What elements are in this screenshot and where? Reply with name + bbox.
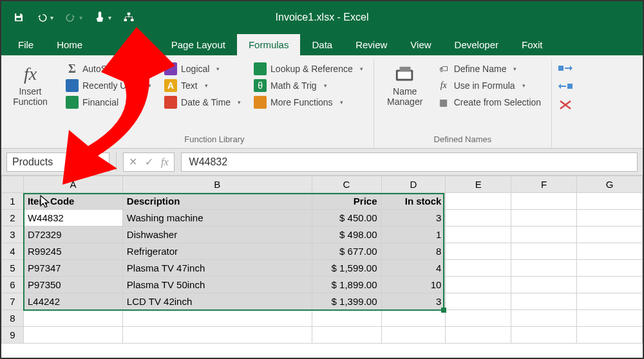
cell[interactable] [511,193,577,210]
name-box[interactable]: Products ▼ [6,152,109,172]
column-header[interactable]: G [577,176,643,193]
cell[interactable] [23,310,122,327]
tab-review[interactable]: Review [344,34,399,55]
cell[interactable]: P97347 [23,260,122,277]
insert-function-button[interactable]: fx Insert Function [8,60,53,109]
cell[interactable]: In stock [381,193,446,210]
tab-formulas[interactable]: Formulas [237,34,301,55]
org-chart-button[interactable] [118,8,140,27]
cell[interactable] [446,277,511,293]
cell[interactable] [577,310,643,327]
cell[interactable] [312,310,381,327]
cell[interactable]: Item Code [23,193,122,210]
cell[interactable]: L44242 [23,293,122,310]
tab-home[interactable]: Home [45,34,94,55]
cell[interactable] [122,327,312,344]
tab-page-layout[interactable]: Page Layout [160,34,237,55]
cancel-icon[interactable]: ✕ [129,156,137,168]
cell[interactable] [446,210,511,226]
cell[interactable] [577,293,643,310]
column-header[interactable]: D [381,176,446,193]
cell[interactable] [577,243,643,260]
row-header[interactable]: 7 [2,293,24,310]
cell[interactable] [381,310,446,327]
cell[interactable]: 3 [381,210,446,226]
cell[interactable]: Plasma TV 50inch [122,277,312,293]
cell[interactable]: $ 450.00 [312,210,381,226]
touch-mode-button[interactable]: ▾ [89,8,117,27]
cell[interactable] [577,193,643,210]
cell[interactable]: W44832 [23,210,122,226]
financial-button[interactable]: Financial [62,94,155,111]
row-header[interactable]: 2 [2,210,24,226]
cell[interactable] [577,260,643,277]
date-time-button[interactable]: Date & Time [160,94,245,111]
cell[interactable] [577,327,643,344]
cell[interactable] [446,327,511,344]
undo-button[interactable]: ▾ [31,8,59,27]
column-header[interactable]: A [23,176,122,193]
trace-dependents-icon[interactable] [558,81,573,93]
tab-data[interactable]: Data [300,34,344,55]
row-header[interactable]: 1 [2,193,24,210]
create-from-selection-button[interactable]: ▦Create from Selection [433,94,545,111]
math-trig-button[interactable]: θMath & Trig [250,77,367,94]
cell[interactable] [122,310,312,327]
tab-insert[interactable]: Insert [94,34,160,55]
spreadsheet-grid[interactable]: A B C D E F G 1 Item Code Description Pr… [1,176,643,344]
cell[interactable] [446,193,511,210]
row-header[interactable]: 5 [2,260,24,277]
cell[interactable]: $ 498.00 [312,226,381,243]
cell[interactable] [511,293,577,310]
define-name-button[interactable]: 🏷Define Name [433,60,545,77]
column-header[interactable]: F [511,176,577,193]
use-in-formula-button[interactable]: fxUse in Formula [433,77,545,94]
logical-button[interactable]: Logical [160,60,245,77]
cell[interactable]: $ 1,599.00 [312,260,381,277]
row-header[interactable]: 3 [2,226,24,243]
trace-precedents-icon[interactable] [558,63,573,75]
cell[interactable]: Washing machine [122,210,312,226]
cell[interactable]: 3 [381,293,446,310]
tab-foxit[interactable]: Foxit [510,34,554,55]
redo-button[interactable]: ▾ [60,8,88,27]
more-functions-button[interactable]: More Functions [250,94,367,111]
cell[interactable]: P97350 [23,277,122,293]
fx-icon[interactable]: fx [161,156,169,168]
name-manager-button[interactable]: Name Manager [381,60,430,109]
remove-arrows-icon[interactable] [558,99,573,111]
cell[interactable] [446,226,511,243]
cell[interactable]: Refrigerator [122,243,312,260]
cell[interactable] [511,310,577,327]
cell[interactable] [446,243,511,260]
cell[interactable]: D72329 [23,226,122,243]
cell[interactable]: 8 [381,243,446,260]
cell[interactable]: Plasma TV 47inch [122,260,312,277]
save-button[interactable] [8,8,30,27]
text-button[interactable]: AText [160,77,245,94]
cell[interactable]: $ 677.00 [312,243,381,260]
cell[interactable]: 4 [381,260,446,277]
cell[interactable]: $ 1,899.00 [312,277,381,293]
cell[interactable] [511,243,577,260]
column-header[interactable]: C [312,176,381,193]
column-header[interactable]: E [446,176,511,193]
cell[interactable]: 1 [381,226,446,243]
cell[interactable]: R99245 [23,243,122,260]
cell[interactable]: Dishwasher [122,226,312,243]
autosum-button[interactable]: ΣAutoSum [62,60,155,77]
cell[interactable] [446,310,511,327]
cell[interactable] [577,277,643,293]
cell[interactable]: Price [312,193,381,210]
formula-bar-input[interactable]: W44832 [181,152,638,172]
cell[interactable]: LCD TV 42inch [122,293,312,310]
column-header[interactable]: B [122,176,312,193]
enter-icon[interactable]: ✓ [145,156,153,168]
row-header[interactable]: 4 [2,243,24,260]
tab-view[interactable]: View [399,34,442,55]
lookup-reference-button[interactable]: Lookup & Reference [250,60,367,77]
row-header[interactable]: 8 [2,310,24,327]
cell[interactable] [511,210,577,226]
recently-used-button[interactable]: Recently Used [62,77,155,94]
cell[interactable] [511,226,577,243]
